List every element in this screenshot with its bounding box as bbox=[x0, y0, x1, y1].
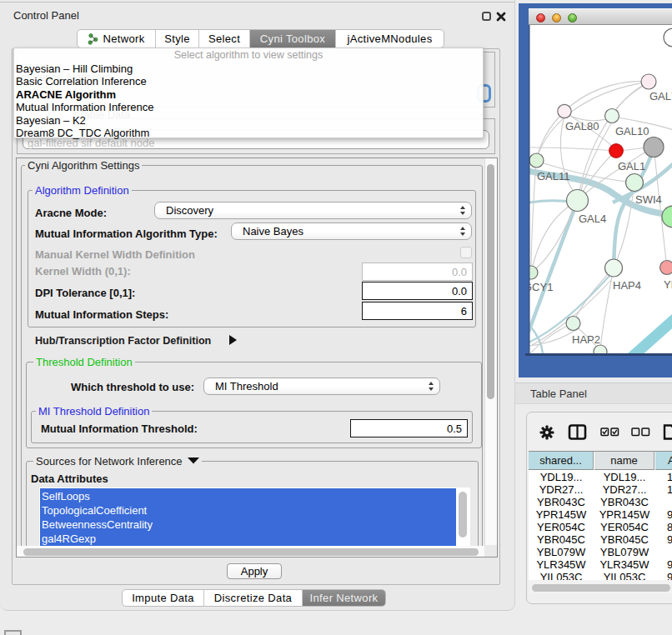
svg-text:HAP2: HAP2 bbox=[572, 333, 600, 346]
svg-text:HAP4: HAP4 bbox=[613, 279, 641, 292]
svg-text:YM: YM bbox=[664, 278, 672, 291]
svg-text:GAL80: GAL80 bbox=[565, 120, 599, 132]
svg-text:SWI4: SWI4 bbox=[635, 193, 662, 206]
svg-text:GCY1: GCY1 bbox=[529, 281, 553, 293]
svg-text:GAL11: GAL11 bbox=[537, 170, 570, 182]
svg-text:GAL10: GAL10 bbox=[615, 125, 649, 138]
svg-text:GAL1: GAL1 bbox=[618, 160, 645, 172]
svg-text:GAL7: GAL7 bbox=[649, 90, 672, 102]
svg-text:GAL4: GAL4 bbox=[579, 212, 606, 225]
